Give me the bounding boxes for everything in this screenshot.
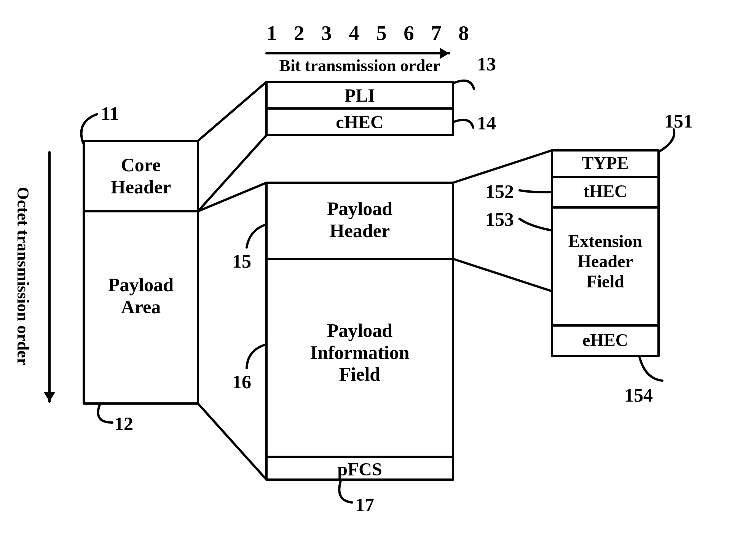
payload-area-cell: Payload Area (84, 274, 198, 318)
svg-line-8 (198, 82, 266, 141)
svg-line-20 (453, 259, 552, 291)
type-cell: TYPE (552, 153, 659, 174)
chec-cell: cHEC (266, 112, 453, 132)
ref-151: 151 (664, 110, 693, 132)
diagram-canvas: 1 2 3 4 5 6 7 8 Bit transmission order O… (0, 0, 756, 555)
ref-15: 15 (232, 250, 251, 273)
payload-info-cell: Payload Information Field (266, 320, 453, 386)
pfcs-cell: pFCS (266, 459, 453, 480)
ref-11: 11 (101, 103, 119, 125)
octet-transmission-caption: Octet transmission order (13, 143, 33, 409)
payload-header-cell: Payload Header (266, 198, 453, 242)
ref-17: 17 (355, 494, 374, 516)
ref-14: 14 (477, 112, 496, 134)
ehec-cell: eHEC (552, 330, 659, 351)
ref-152: 152 (485, 181, 514, 203)
core-header-cell: Core Header (84, 154, 198, 198)
ref-16: 16 (232, 371, 251, 393)
ref-153: 153 (485, 209, 514, 231)
svg-line-9 (198, 135, 266, 211)
svg-line-19 (453, 150, 552, 183)
svg-line-13 (198, 183, 266, 211)
extension-header-cell: Extension Header Field (552, 231, 659, 292)
ref-154: 154 (624, 384, 653, 407)
thec-cell: tHEC (552, 182, 659, 202)
ref-13: 13 (477, 53, 496, 75)
svg-marker-5 (44, 392, 55, 402)
pli-cell: PLI (266, 85, 453, 106)
bit-transmission-caption: Bit transmission order (266, 56, 453, 76)
bit-numbers: 1 2 3 4 5 6 7 8 (266, 21, 453, 45)
svg-line-14 (198, 403, 266, 480)
ref-12: 12 (114, 413, 133, 435)
